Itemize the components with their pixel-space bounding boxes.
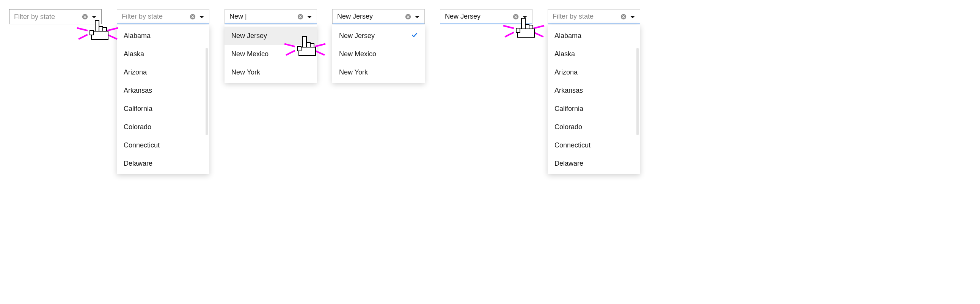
check-icon — [411, 32, 418, 40]
text-cursor: | — [245, 13, 247, 20]
svg-rect-6 — [99, 27, 103, 31]
combobox-field[interactable]: New Jersey — [440, 9, 533, 24]
svg-line-25 — [535, 26, 544, 28]
option[interactable]: Delaware — [117, 154, 209, 173]
combobox-states-demo: Filter by state — [0, 0, 980, 304]
combobox-4: New Jersey New JerseyNew MexicoNew York — [332, 9, 425, 24]
svg-rect-29 — [529, 25, 533, 29]
chevron-down-icon[interactable] — [306, 13, 313, 20]
option-label: Delaware — [124, 160, 153, 168]
combobox-6: Filter by state AlabamaAlaskaArizonaArka… — [548, 9, 640, 24]
option-label: New York — [231, 69, 260, 76]
combobox-placeholder: Filter by state — [552, 13, 618, 21]
option-label: Alaska — [124, 50, 144, 58]
option-label: Colorado — [554, 123, 582, 131]
combobox-listbox: New JerseyNew MexicoNew York — [332, 25, 425, 83]
option[interactable]: Alaska — [548, 45, 640, 63]
svg-line-3 — [108, 28, 117, 30]
option-label: New Jersey — [339, 32, 375, 40]
option[interactable]: Arkansas — [117, 81, 209, 99]
option-label: New Mexico — [231, 50, 269, 58]
option[interactable]: Colorado — [548, 118, 640, 136]
combobox-field[interactable]: Filter by state — [117, 9, 209, 24]
option-label: California — [124, 105, 153, 113]
svg-rect-28 — [525, 24, 529, 29]
option[interactable]: California — [117, 99, 209, 118]
clear-icon[interactable] — [620, 13, 627, 20]
combobox-field[interactable]: New | — [224, 9, 317, 24]
combobox-input-value[interactable]: New Jersey — [337, 13, 402, 21]
scrollbar-thumb[interactable] — [636, 48, 639, 135]
chevron-down-icon[interactable] — [198, 13, 205, 20]
option[interactable]: Delaware — [548, 154, 640, 173]
option-label: Alaska — [554, 50, 575, 58]
combobox-3: New | New JerseyNew MexicoNew York — [224, 9, 317, 24]
option-label: Alabama — [124, 32, 151, 40]
clear-icon[interactable] — [81, 13, 88, 20]
clear-icon[interactable] — [405, 13, 412, 20]
chevron-down-icon[interactable] — [629, 13, 636, 20]
chevron-down-icon[interactable] — [414, 13, 421, 20]
option-label: Arizona — [124, 69, 147, 76]
option-label: Colorado — [124, 123, 151, 131]
option-label: California — [554, 105, 583, 113]
option-label: Arizona — [554, 69, 578, 76]
option-label: New Mexico — [339, 50, 376, 58]
option[interactable]: Alabama — [117, 27, 209, 45]
option[interactable]: New Jersey — [332, 27, 425, 45]
option-label: Arkansas — [124, 86, 152, 94]
svg-rect-7 — [103, 27, 107, 31]
combobox-input-value[interactable]: New | — [229, 13, 295, 21]
combobox-listbox: New JerseyNew MexicoNew York — [224, 25, 317, 83]
option-label: Delaware — [554, 160, 583, 168]
option[interactable]: Arkansas — [548, 81, 640, 99]
option[interactable]: New Mexico — [332, 45, 425, 63]
option-label: New York — [339, 69, 368, 76]
option-label: Connecticut — [124, 141, 160, 149]
svg-line-2 — [79, 35, 87, 39]
option[interactable]: New Jersey — [224, 27, 317, 45]
combobox-field[interactable]: New Jersey — [332, 9, 425, 24]
chevron-down-icon[interactable] — [91, 13, 97, 20]
combobox-placeholder: Filter by state — [14, 13, 79, 21]
svg-line-1 — [78, 28, 87, 30]
option[interactable]: California — [548, 99, 640, 118]
svg-line-4 — [108, 35, 116, 39]
combobox-1: Filter by state — [9, 9, 102, 24]
combobox-listbox: AlabamaAlaskaArizonaArkansasCaliforniaCo… — [117, 25, 209, 174]
option[interactable]: New York — [224, 63, 317, 81]
clear-icon[interactable] — [512, 13, 519, 20]
option[interactable]: Connecticut — [548, 136, 640, 154]
svg-rect-30 — [518, 29, 535, 37]
combobox-field[interactable]: Filter by state — [9, 9, 102, 24]
clear-icon[interactable] — [297, 13, 304, 20]
option[interactable]: Alaska — [117, 45, 209, 63]
svg-line-24 — [506, 33, 513, 37]
clear-icon[interactable] — [189, 13, 196, 20]
svg-line-26 — [535, 33, 543, 37]
combobox-input-value[interactable]: New Jersey — [445, 13, 510, 21]
option[interactable]: Arizona — [548, 63, 640, 81]
option[interactable]: New York — [332, 63, 425, 81]
option-label: Alabama — [554, 32, 581, 40]
chevron-down-icon[interactable] — [522, 13, 528, 20]
svg-rect-31 — [516, 28, 520, 33]
combobox-listbox: AlabamaAlaskaArizonaArkansasCaliforniaCo… — [548, 25, 640, 174]
svg-rect-8 — [91, 31, 108, 40]
combobox-5: New Jersey — [440, 9, 533, 24]
option[interactable]: Colorado — [117, 118, 209, 136]
option-label: Connecticut — [554, 141, 590, 149]
combobox-field[interactable]: Filter by state — [548, 9, 640, 24]
typed-text: New — [229, 13, 245, 20]
option[interactable]: Connecticut — [117, 136, 209, 154]
option-label: New Jersey — [231, 32, 267, 40]
svg-rect-9 — [90, 30, 94, 35]
combobox-placeholder: Filter by state — [122, 13, 187, 21]
option[interactable]: Arizona — [117, 63, 209, 81]
option-label: Arkansas — [554, 86, 583, 94]
scrollbar-thumb[interactable] — [205, 48, 208, 135]
option[interactable]: New Mexico — [224, 45, 317, 63]
option[interactable]: Alabama — [548, 27, 640, 45]
combobox-2: Filter by state AlabamaAlaskaArizonaArka… — [117, 9, 209, 24]
svg-line-23 — [504, 26, 513, 28]
